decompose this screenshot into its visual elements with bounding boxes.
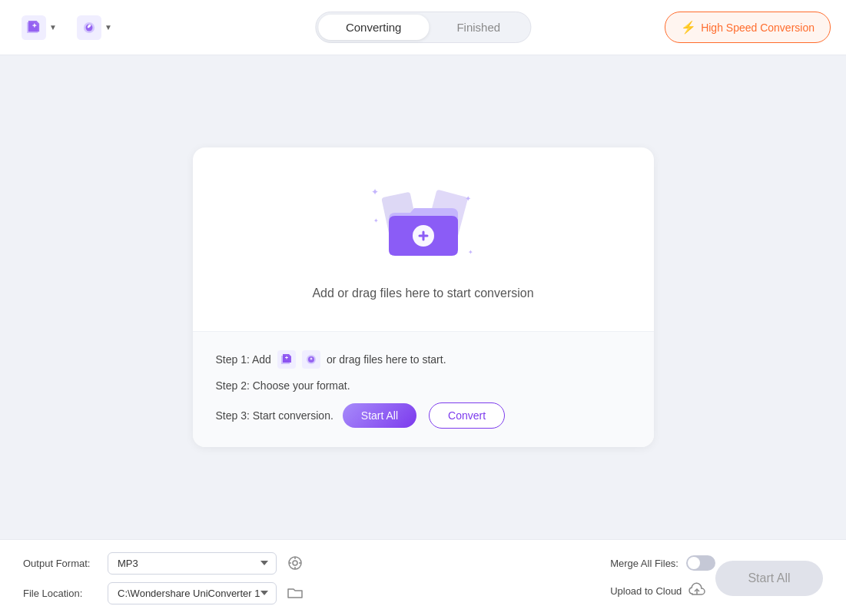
browse-folder-button[interactable] [284,582,306,604]
step2-label: Step 2: Choose your format. [216,379,350,392]
merge-toggle[interactable] [686,555,715,571]
steps-area: Step 1: Add or dr [193,332,654,447]
tab-group: Converting Finished [315,12,531,43]
upload-row: Upload to Cloud [610,581,715,601]
tab-finished[interactable]: Finished [429,15,528,40]
format-settings-button[interactable] [284,552,306,574]
step-1-row: Step 1: Add or dr [216,350,631,369]
file-location-row: File Location: C:\Wondershare UniConvert… [23,582,579,604]
step-2-row: Step 2: Choose your format. [216,379,631,392]
browse-folder-icon [287,587,303,599]
add-device-chevron: ▼ [105,23,112,31]
file-location-label: File Location: [23,588,100,599]
step3-prefix: Step 3: Start conversion. [216,409,333,422]
bottom-left: Output Format: MP3 MP4 AVI MOV Fil [23,552,579,604]
bottom-middle: Merge All Files: Upload to Cloud [610,555,715,601]
header: ▼ ▼ Converting Finished ⚡ High Speed Con… [0,0,846,55]
file-location-select[interactable]: C:\Wondershare UniConverter 1 [108,582,277,604]
format-settings-icon [287,555,303,571]
step1-add-device-icon [302,350,320,369]
svg-rect-16 [286,356,287,359]
cloud-upload-icon[interactable] [688,581,706,601]
add-file-chevron: ▼ [49,23,57,31]
step1-add-file-icon [277,350,296,369]
start-all-main-button[interactable]: Start All [715,561,823,596]
tab-converting[interactable]: Converting [318,15,430,40]
svg-rect-13 [422,230,424,240]
add-file-button[interactable]: ▼ [15,12,63,43]
merge-label: Merge All Files: [610,558,678,569]
converter-card: ✦ ✦ ✦ ✦ Add [193,147,654,447]
start-all-button[interactable]: Start All [343,403,416,428]
upload-label: Upload to Cloud [610,585,682,597]
output-format-row: Output Format: MP3 MP4 AVI MOV [23,552,579,575]
drop-area[interactable]: ✦ ✦ ✦ ✦ Add [193,147,654,332]
svg-rect-8 [88,25,89,27]
svg-rect-2 [34,23,35,27]
drop-instruction: Add or drag files here to start conversi… [312,286,533,300]
bottom-bar: Output Format: MP3 MP4 AVI MOV Fil [0,539,846,616]
add-device-icon [77,15,101,40]
bottom-right: Start All [715,561,823,596]
lightning-icon: ⚡ [681,20,696,35]
convert-button[interactable]: Convert [429,402,505,429]
main-content: ✦ ✦ ✦ ✦ Add [0,55,846,539]
step-3-row: Step 3: Start conversion. Start All Conv… [216,402,631,429]
step1-prefix: Step 1: Add [216,353,271,366]
add-file-icon [22,15,46,40]
high-speed-button[interactable]: ⚡ High Speed Conversion [665,12,831,43]
folder-icon-wrap: ✦ ✦ ✦ ✦ [370,179,477,271]
step1-suffix: or drag files here to start. [327,353,446,366]
merge-row: Merge All Files: [610,555,715,571]
svg-rect-22 [310,358,311,360]
folder-svg [370,179,477,271]
header-left: ▼ ▼ [15,12,118,43]
output-format-select[interactable]: MP3 MP4 AVI MOV [108,552,277,575]
cloud-icon-svg [688,581,706,597]
speed-btn-label: High Speed Conversion [701,22,814,34]
add-device-button[interactable]: ▼ [71,12,118,43]
output-format-label: Output Format: [23,558,100,569]
svg-point-24 [293,561,297,565]
